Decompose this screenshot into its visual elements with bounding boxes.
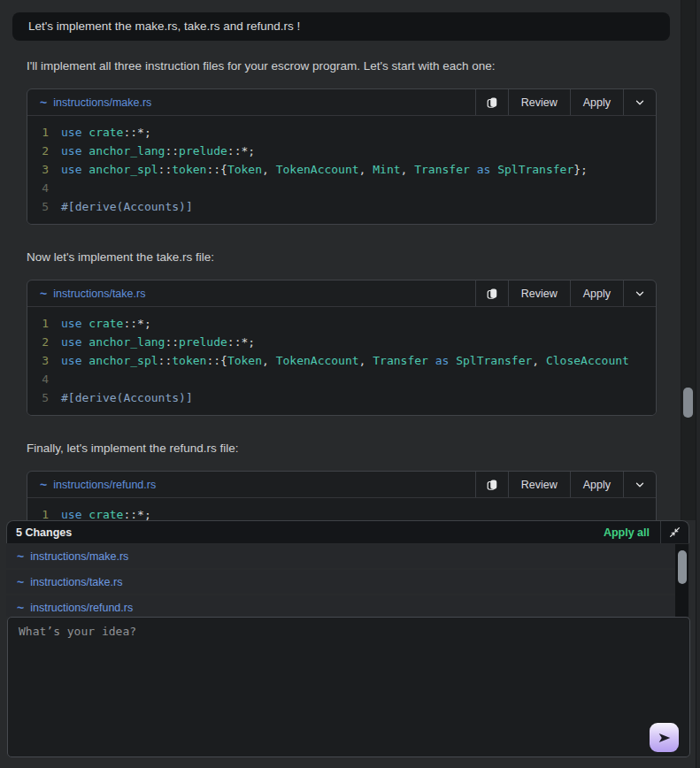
changes-list-scrollbar[interactable]: [675, 544, 688, 617]
change-row-make[interactable]: ~ instructions/make.rs: [6, 544, 675, 568]
code-card-header: ~ instructions/take.rs Review Apply: [27, 280, 656, 307]
assistant-between-text: Finally, let's implement the refund.rs f…: [27, 442, 670, 456]
code-line: 1use crate::*;: [27, 314, 656, 333]
apply-button[interactable]: Apply: [570, 89, 623, 115]
collapse-icon: [668, 526, 681, 539]
changes-count-label: 5 Changes: [7, 521, 593, 543]
line-number: 5: [27, 388, 49, 407]
idea-input[interactable]: [8, 618, 689, 756]
code-line: 4: [27, 370, 656, 388]
changes-list: ~ instructions/make.rs ~ instructions/ta…: [6, 544, 689, 617]
changes-list-scrollbar-thumb[interactable]: [678, 550, 687, 584]
copy-button[interactable]: [475, 89, 508, 115]
line-number: 2: [27, 142, 49, 160]
line-number: 1: [27, 314, 49, 333]
code-line: 3use anchor_spl::token::{Token, TokenAcc…: [27, 351, 656, 370]
expand-button[interactable]: [623, 280, 656, 306]
page-scrollbar-thumb[interactable]: [683, 388, 693, 418]
code-line: 2use anchor_lang::prelude::*;: [27, 333, 656, 351]
change-file-label: instructions/take.rs: [30, 576, 122, 588]
code-card-header: ~ instructions/refund.rs Review Apply: [27, 472, 656, 498]
expand-button[interactable]: [623, 89, 656, 115]
file-name-label: instructions/make.rs: [53, 96, 151, 109]
chevron-down-icon: [634, 96, 646, 109]
code-card-make: ~ instructions/make.rs Review Apply: [27, 88, 657, 225]
file-name-label: instructions/take.rs: [53, 288, 145, 300]
code-block: 1use crate::*;2use anchor_lang::prelude:…: [27, 116, 656, 224]
code-line: 2use anchor_lang::prelude::*;: [27, 142, 656, 160]
assistant-intro-text: I'll implement all three instruction fil…: [27, 59, 670, 73]
page-scrollbar[interactable]: [681, 0, 696, 520]
tilde-modified-icon: ~: [40, 96, 47, 109]
card-actions: Review Apply: [475, 280, 656, 306]
line-number: 4: [27, 179, 49, 197]
tilde-modified-icon: ~: [17, 576, 24, 588]
code-block: 1use crate::*;2use anchor_lang::prelude:…: [27, 307, 656, 415]
tilde-modified-icon: ~: [17, 550, 24, 563]
review-button[interactable]: Review: [508, 280, 570, 306]
line-number: 4: [27, 370, 49, 388]
copy-button[interactable]: [475, 280, 508, 306]
change-row-take[interactable]: ~ instructions/take.rs: [6, 570, 675, 594]
review-button[interactable]: Review: [508, 472, 570, 497]
change-row-refund[interactable]: ~ instructions/refund.rs: [6, 595, 675, 617]
window-edge: [696, 0, 700, 768]
code-line: 5#[derive(Accounts)]: [27, 197, 656, 216]
code-card-header: ~ instructions/make.rs Review Apply: [27, 89, 656, 116]
tilde-modified-icon: ~: [40, 479, 47, 491]
line-number: 1: [27, 123, 49, 142]
change-file-label: instructions/make.rs: [30, 550, 128, 563]
collapse-panel-button[interactable]: [660, 521, 688, 543]
file-name-label: instructions/refund.rs: [53, 479, 156, 491]
tilde-modified-icon: ~: [40, 288, 47, 300]
file-link-refund[interactable]: ~ instructions/refund.rs: [27, 472, 475, 497]
chevron-down-icon: [634, 479, 646, 491]
copy-icon: [486, 479, 498, 491]
code-line: 4: [27, 179, 656, 197]
review-button[interactable]: Review: [508, 89, 570, 115]
file-link-make[interactable]: ~ instructions/make.rs: [27, 89, 475, 115]
composer: [7, 617, 690, 757]
copy-button[interactable]: [475, 472, 508, 497]
card-actions: Review Apply: [475, 89, 656, 115]
code-line: 3use anchor_spl::token::{Token, TokenAcc…: [27, 160, 656, 179]
assistant-between-text: Now let's implement the take.rs file:: [27, 250, 670, 265]
changes-panel-header: 5 Changes Apply all: [6, 520, 689, 543]
copy-icon: [486, 96, 498, 109]
changes-panel: 5 Changes Apply all ~ instructions/make.…: [6, 520, 689, 617]
user-message-bubble: Let's implement the make.rs, take.rs and…: [12, 12, 670, 41]
change-file-label: instructions/refund.rs: [30, 602, 133, 614]
line-number: 5: [27, 197, 49, 216]
code-card-take: ~ instructions/take.rs Review Apply: [27, 280, 657, 416]
apply-button[interactable]: Apply: [570, 472, 623, 497]
expand-button[interactable]: [623, 472, 656, 497]
line-number: 3: [27, 160, 49, 179]
file-link-take[interactable]: ~ instructions/take.rs: [27, 280, 475, 306]
line-number: 2: [27, 333, 49, 351]
tilde-modified-icon: ~: [17, 602, 24, 614]
chevron-down-icon: [634, 288, 646, 300]
line-number: 3: [27, 351, 49, 370]
apply-all-button[interactable]: Apply all: [593, 521, 660, 543]
card-actions: Review Apply: [475, 472, 656, 497]
code-line: 1use crate::*;: [27, 123, 656, 142]
send-button[interactable]: [650, 723, 679, 752]
apply-button[interactable]: Apply: [570, 280, 623, 306]
code-line: 5#[derive(Accounts)]: [27, 388, 656, 407]
send-icon: [657, 730, 673, 746]
copy-icon: [486, 288, 498, 300]
